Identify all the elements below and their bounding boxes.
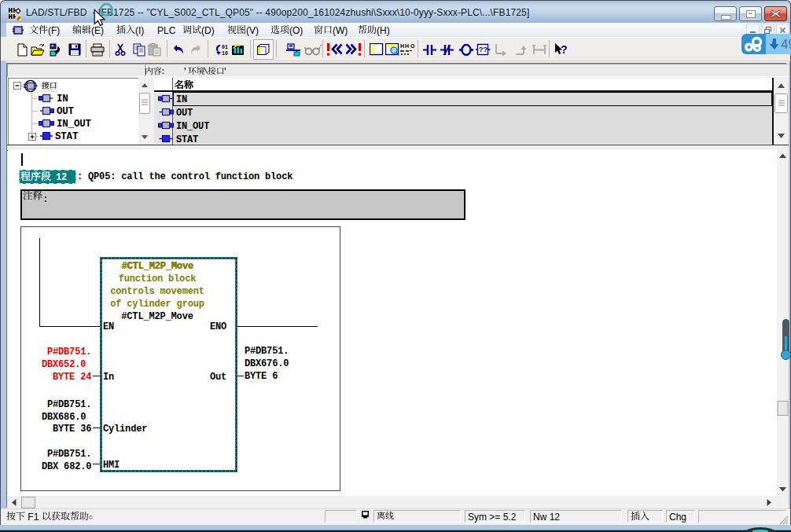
svg-text:01: 01 xyxy=(222,45,228,50)
svg-text:?: ? xyxy=(561,43,568,56)
svg-text:O: O xyxy=(410,43,415,49)
svg-text:H: H xyxy=(400,43,404,49)
svg-text:H: H xyxy=(405,43,409,49)
svg-text:10: 10 xyxy=(222,51,228,57)
svg-text:??: ?? xyxy=(479,46,487,53)
